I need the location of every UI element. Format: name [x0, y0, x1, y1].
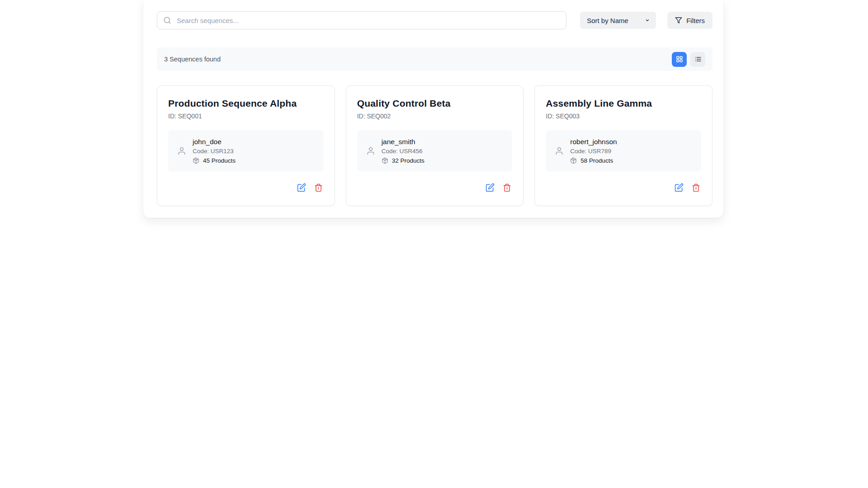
sort-select[interactable]: Sort by Name: [580, 12, 656, 29]
list-view-button[interactable]: [690, 52, 705, 67]
user-code: Code: USR789: [570, 148, 617, 155]
trash-icon: [503, 183, 511, 192]
user-code: Code: USR456: [382, 148, 425, 155]
user-text: john_doe Code: USR123 45 Products: [193, 138, 236, 164]
filters-label: Filters: [686, 17, 705, 24]
edit-icon: [675, 183, 684, 192]
search-input[interactable]: [176, 16, 560, 25]
results-count: 3 Sequences found: [164, 56, 221, 63]
results-bar: 3 Sequences found: [157, 47, 712, 71]
search-icon: [163, 16, 171, 24]
user-info-box: robert_johnson Code: USR789 58 Products: [546, 130, 701, 172]
products-row: 58 Products: [570, 157, 617, 164]
main-panel: Sort by Name Filters 3 Sequences found P…: [143, 0, 723, 218]
card-actions: [168, 183, 324, 192]
user-name: robert_johnson: [570, 138, 617, 146]
user-text: robert_johnson Code: USR789 58 Products: [570, 138, 617, 164]
user-code: Code: USR123: [193, 148, 236, 155]
card-title: Production Sequence Alpha: [168, 98, 324, 109]
filter-icon: [675, 17, 682, 24]
user-name: john_doe: [193, 138, 236, 146]
delete-button[interactable]: [503, 183, 511, 192]
view-toggle-group: [672, 52, 705, 67]
delete-button[interactable]: [692, 183, 700, 192]
products-row: 45 Products: [193, 157, 236, 164]
products-row: 32 Products: [382, 157, 425, 164]
edit-icon: [297, 183, 306, 192]
filters-button[interactable]: Filters: [667, 12, 712, 29]
product-count: 45 Products: [203, 157, 236, 164]
trash-icon: [692, 183, 700, 192]
edit-button[interactable]: [297, 183, 306, 192]
package-icon: [570, 157, 577, 164]
user-icon: [177, 146, 186, 155]
toolbar: Sort by Name Filters: [157, 11, 712, 29]
card-id: ID: SEQ001: [168, 113, 324, 120]
package-icon: [382, 157, 388, 164]
user-text: jane_smith Code: USR456 32 Products: [382, 138, 425, 164]
card-title: Assembly Line Gamma: [546, 98, 701, 109]
sequence-card: Assembly Line Gamma ID: SEQ003 robert_jo…: [534, 85, 712, 206]
card-actions: [357, 183, 513, 192]
edit-button[interactable]: [675, 183, 684, 192]
delete-button[interactable]: [314, 183, 323, 192]
sequence-card: Quality Control Beta ID: SEQ002 jane_smi…: [346, 85, 524, 206]
search-box[interactable]: [157, 11, 566, 29]
sequence-card: Production Sequence Alpha ID: SEQ001 joh…: [157, 85, 335, 206]
user-icon: [555, 146, 564, 155]
user-name: jane_smith: [382, 138, 425, 146]
edit-icon: [486, 183, 495, 192]
sequence-card-grid: Production Sequence Alpha ID: SEQ001 joh…: [157, 85, 712, 206]
trash-icon: [314, 183, 323, 192]
card-title: Quality Control Beta: [357, 98, 513, 109]
product-count: 58 Products: [580, 157, 613, 164]
grid-view-button[interactable]: [672, 52, 687, 67]
card-id: ID: SEQ003: [546, 113, 701, 120]
user-info-box: jane_smith Code: USR456 32 Products: [357, 130, 513, 172]
user-icon: [366, 146, 375, 155]
package-icon: [193, 157, 199, 164]
list-view-icon: [694, 56, 702, 63]
card-id: ID: SEQ002: [357, 113, 513, 120]
product-count: 32 Products: [392, 157, 425, 164]
sort-select-wrap: Sort by Name: [580, 12, 656, 29]
card-actions: [546, 183, 701, 192]
grid-view-icon: [676, 56, 683, 63]
edit-button[interactable]: [486, 183, 495, 192]
user-info-box: john_doe Code: USR123 45 Products: [168, 130, 324, 172]
